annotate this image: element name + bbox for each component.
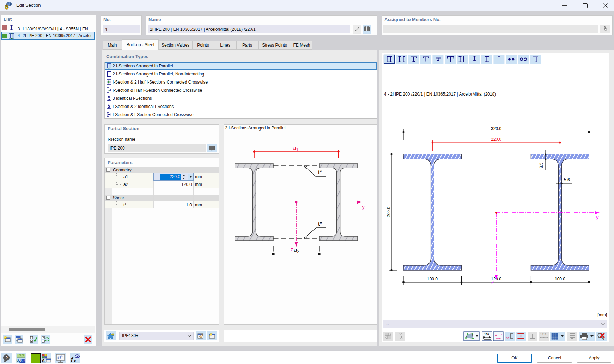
- svg-text:y: y: [596, 214, 599, 220]
- svg-text:220.0: 220.0: [491, 137, 501, 142]
- svg-text:x: x: [73, 358, 77, 363]
- svg-text:100: 100: [484, 333, 489, 336]
- svg-text:y: y: [501, 333, 502, 336]
- svg-text:100.0: 100.0: [427, 277, 438, 281]
- svg-text:200.0: 200.0: [386, 207, 391, 217]
- svg-text:y: y: [362, 204, 365, 210]
- svg-text:0,: 0,: [17, 358, 20, 363]
- svg-text:8.5: 8.5: [539, 162, 544, 168]
- svg-text:a1: a1: [293, 145, 298, 152]
- svg-text:a2: a2: [294, 247, 299, 254]
- svg-text:sc: sc: [506, 336, 509, 340]
- svg-text:6: 6: [5, 3, 9, 11]
- svg-text:00: 00: [20, 358, 25, 363]
- svg-text:5.6: 5.6: [564, 177, 570, 182]
- svg-text:1 2 3: 1 2 3: [540, 333, 546, 335]
- svg-text:100.0: 100.0: [555, 277, 565, 281]
- svg-text:z: z: [494, 338, 495, 340]
- svg-text:t*: t*: [318, 221, 322, 227]
- svg-text:t*: t*: [318, 169, 322, 175]
- svg-text:?: ?: [5, 355, 8, 360]
- svg-text:z: z: [491, 279, 494, 285]
- svg-text:z: z: [291, 246, 293, 252]
- svg-text:320.0: 320.0: [491, 126, 501, 131]
